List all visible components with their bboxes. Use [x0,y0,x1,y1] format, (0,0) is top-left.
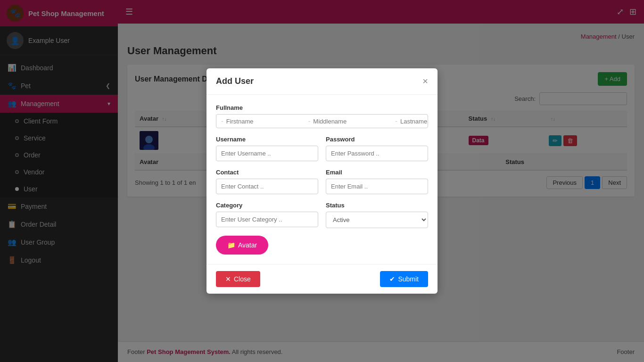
status-col: Status Active Inactive [326,202,428,228]
category-label: Category [216,202,318,209]
check-icon: ✔ [389,275,395,283]
modal-header: Add User × [206,68,438,95]
password-input[interactable] [326,146,428,161]
close-x-icon: ✕ [225,275,231,283]
sep2: - [308,117,311,125]
modal-title: Add User [216,76,254,86]
modal-body: Fullname - - - - Username Pass [206,95,438,264]
category-input[interactable] [216,212,318,227]
status-label: Status [326,202,428,209]
fullname-group: Fullname - - - - [216,104,428,128]
password-label: Password [326,136,428,143]
firstname-input[interactable] [226,118,305,125]
email-input[interactable] [326,179,428,194]
avatar-button-group: 📁 Avatar [216,236,428,255]
username-password-row: Username Password [216,136,428,161]
category-col: Category [216,202,318,228]
fullname-row: - - - - [216,114,428,128]
close-modal-button[interactable]: ✕ Close [216,271,260,287]
contact-input[interactable] [216,179,318,194]
contact-col: Contact [216,169,318,194]
contact-label: Contact [216,169,318,176]
submit-button-label: Submit [398,275,419,283]
modal-overlay: Add User × Fullname - - - - Use [0,0,644,362]
lastname-input[interactable] [400,118,438,125]
email-label: Email [326,169,428,176]
username-input[interactable] [216,146,318,161]
middlename-input[interactable] [313,118,392,125]
avatar-upload-button[interactable]: 📁 Avatar [216,236,268,255]
username-label: Username [216,136,318,143]
fullname-label: Fullname [216,104,428,111]
password-col: Password [326,136,428,161]
upload-icon: 📁 [227,241,235,249]
add-user-modal: Add User × Fullname - - - - Use [206,68,438,294]
submit-button[interactable]: ✔ Submit [380,271,428,287]
modal-footer: ✕ Close ✔ Submit [206,264,438,294]
sep1: - [221,117,223,125]
modal-close-button[interactable]: × [422,76,428,87]
category-status-row: Category Status Active Inactive [216,202,428,228]
sep3: - [395,117,397,125]
username-col: Username [216,136,318,161]
close-button-label: Close [234,275,251,283]
status-select[interactable]: Active Inactive [326,212,428,228]
contact-email-row: Contact Email [216,169,428,194]
avatar-button-label: Avatar [238,241,257,249]
email-col: Email [326,169,428,194]
